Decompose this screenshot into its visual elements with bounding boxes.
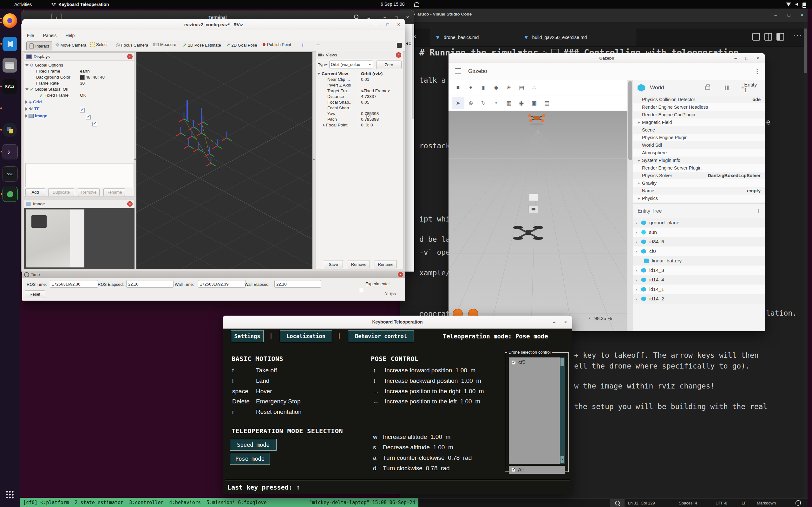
screenshot-camera-icon[interactable]: ◉ — [515, 97, 528, 109]
row-label[interactable]: Near Clip ... — [327, 77, 350, 82]
image-panel-header[interactable]: Image — [24, 200, 135, 208]
world-row[interactable]: +Physics — [633, 194, 765, 202]
menu-panels[interactable]: Panels — [43, 33, 57, 38]
entity-row-id84-5[interactable]: ›id84_5 — [633, 237, 765, 246]
more-actions-icon[interactable]: ··· — [794, 31, 803, 39]
box-shape-icon[interactable]: ■ — [452, 81, 464, 94]
collapse-icon[interactable] — [317, 73, 320, 75]
ros-time-field[interactable] — [50, 280, 98, 288]
all-checkbox[interactable] — [511, 468, 515, 472]
tree-row-image[interactable]: Image — [26, 113, 47, 119]
vscode-maximize-button[interactable] — [784, 11, 794, 19]
rviz-3d-viewport[interactable] — [136, 52, 312, 269]
world-row[interactable]: Render Engine Server Headless — [633, 103, 765, 111]
activities-button[interactable]: Activities — [14, 2, 32, 7]
view-type-dropdown[interactable]: Orbit (rviz_defau — [329, 60, 373, 68]
rviz-close-button[interactable] — [394, 20, 403, 29]
row-value[interactable]: <Fixed Frame> — [361, 89, 390, 93]
collapse-icon[interactable] — [26, 89, 29, 90]
gazebo-maximize-button[interactable] — [742, 54, 751, 62]
rename-display-button[interactable]: Rename — [103, 188, 125, 196]
panel-close-icon[interactable] — [396, 52, 401, 58]
gazebo-viewport[interactable]: ‹ 98.35 % — [449, 111, 627, 331]
scrollbar-thumb[interactable] — [628, 81, 632, 160]
wall-time-field[interactable] — [198, 280, 246, 288]
sphere-shape-icon[interactable]: ● — [464, 81, 477, 94]
image-checkbox[interactable] — [92, 122, 97, 126]
tree-row-frame-rate[interactable]: Frame Rate — [36, 80, 59, 86]
menu-file[interactable]: File — [27, 33, 34, 38]
tree-row-fixed-frame[interactable]: Fixed Frame — [36, 68, 60, 74]
search-icon[interactable] — [354, 14, 358, 19]
dock-item-vscode[interactable] — [3, 37, 17, 51]
dock-item-terminal[interactable]: ❯_ — [3, 144, 18, 159]
world-row[interactable]: Render Engine Server Plugin — [633, 164, 765, 172]
battery-icon[interactable] — [803, 3, 806, 8]
layers-icon[interactable]: ▤ — [515, 81, 528, 94]
entity-row-id14-4[interactable]: ›id14_4 — [633, 275, 765, 285]
view-row-current[interactable]: Current View — [317, 71, 348, 76]
gazebo-minimize-button[interactable] — [731, 54, 740, 62]
ros-elapsed-field[interactable] — [126, 280, 173, 288]
dock-item-plotjuggler[interactable] — [3, 101, 17, 116]
wall-elapsed-field[interactable] — [274, 280, 321, 288]
world-row[interactable]: Nameempty — [633, 187, 765, 194]
split-editor-icon[interactable] — [752, 33, 760, 41]
time-panel-header[interactable]: Time — [22, 271, 405, 278]
editor-scrollbar[interactable] — [804, 22, 808, 498]
tf-checkbox[interactable] — [86, 115, 91, 119]
panel-close-icon[interactable] — [127, 54, 133, 59]
split-layout-icon[interactable] — [776, 33, 784, 41]
row-label[interactable]: Distance — [327, 94, 344, 99]
behavior-control-button[interactable]: Behavior control — [348, 330, 414, 342]
dock-item-sso[interactable]: sso — [3, 166, 18, 181]
world-row[interactable]: Atmosphere — [633, 149, 765, 157]
entity-row-cf0[interactable]: ›cf0 — [633, 246, 765, 256]
world-row[interactable]: Physics SolverDantzigBoxedLcpSolver — [633, 172, 765, 179]
scroll-up-thumb[interactable] — [560, 358, 564, 366]
cf0-checkbox[interactable] — [511, 360, 516, 365]
notification-bell-icon[interactable] — [414, 2, 419, 7]
dock-item-rviz[interactable]: RViz — [3, 79, 17, 94]
pause-icon[interactable] — [725, 86, 726, 90]
collapse-icon[interactable] — [26, 64, 29, 66]
chevron-left-icon[interactable]: ‹ — [589, 315, 591, 321]
dock-panel-icon[interactable] — [397, 43, 402, 48]
copy-icon[interactable]: ▣ — [528, 97, 541, 109]
publish-point-tool-button[interactable]: Publish Point — [263, 42, 291, 47]
remove-view-button[interactable]: Remove — [348, 260, 370, 268]
panel-close-icon[interactable] — [398, 272, 403, 277]
status-language[interactable]: Markdown — [754, 501, 778, 505]
rename-view-button[interactable]: Rename — [374, 260, 397, 268]
interact-tool-button[interactable]: Interact — [26, 42, 52, 50]
move-camera-tool-button[interactable]: ✥ Move Camera — [55, 42, 86, 48]
displays-panel-header[interactable]: Displays — [24, 53, 135, 61]
tree-row-tf[interactable]: TF — [26, 106, 40, 112]
teleop-minimize-button[interactable] — [549, 318, 559, 326]
drone-list-item-cf0[interactable]: cf0 — [509, 357, 560, 368]
entity-row-ground-plane[interactable]: ›ground_plane — [633, 218, 765, 228]
volume-muted-icon[interactable] — [796, 3, 798, 6]
light-icon[interactable]: ☀ — [502, 81, 515, 94]
pose-mode-button[interactable]: Pose mode — [230, 453, 270, 464]
world-row[interactable]: +System Plugin Info — [633, 157, 765, 164]
terminal-scrollbar[interactable] — [412, 24, 414, 119]
kebab-menu-icon[interactable]: ⋮ — [754, 68, 760, 75]
focus-camera-tool-button[interactable]: ◎ Focus Camera — [116, 42, 148, 48]
tree-row-grid[interactable]: ◈ Grid — [26, 99, 42, 105]
select-tool-button[interactable]: Select — [90, 42, 107, 47]
add-display-button[interactable]: Add — [26, 188, 45, 196]
row-label[interactable]: Pitch — [327, 117, 337, 122]
step-plus-icon[interactable]: + — [741, 85, 744, 91]
row-label[interactable]: Invert Z Axis — [327, 83, 351, 88]
paste-icon[interactable]: ▤ — [541, 97, 553, 109]
row-value[interactable]: 4.73337 — [361, 94, 376, 99]
entity-row-id14-1[interactable]: ›id14_1 — [633, 285, 765, 294]
dock-item-firefox[interactable] — [3, 13, 17, 28]
world-row[interactable]: Physics Engine Plugin — [633, 134, 765, 141]
zero-button[interactable]: Zero — [376, 60, 402, 69]
tmux-windows-list[interactable]: [cf0] <:platform 2:state_estimator 3:con… — [23, 500, 267, 505]
particle-icon[interactable]: ∴ — [528, 81, 541, 94]
entity-row-id14-2[interactable]: ›id14_2 — [633, 294, 765, 303]
vscode-minimize-button[interactable] — [771, 11, 780, 19]
